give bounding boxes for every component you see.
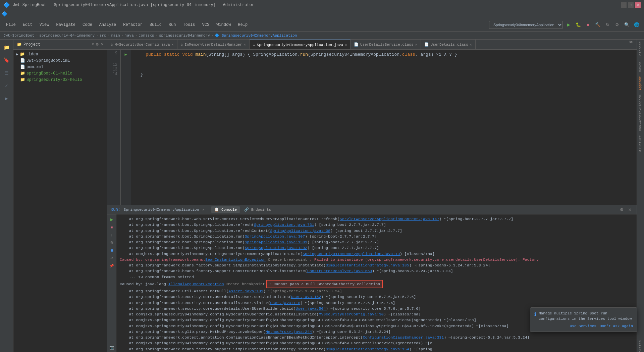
link-servletwebserver[interactable]: ServletWebServerApplicationContext.java:… bbox=[340, 217, 439, 221]
menu-help[interactable]: Help bbox=[235, 22, 250, 28]
menu-file[interactable]: File bbox=[3, 22, 18, 28]
run-start-btn[interactable]: ▶ bbox=[108, 216, 115, 223]
tree-item-pom[interactable]: 📄 pom.xml bbox=[13, 64, 107, 70]
run-config-close[interactable]: ✕ bbox=[202, 208, 204, 212]
menu-build[interactable]: Build bbox=[147, 22, 164, 28]
menu-code[interactable]: Code bbox=[80, 22, 95, 28]
tab-close-mysecurity[interactable]: ✕ bbox=[172, 43, 174, 47]
link-springapplication-307[interactable]: SpringApplication.java:307 bbox=[245, 234, 305, 239]
project-close-btn[interactable]: ✕ bbox=[101, 42, 104, 47]
project-settings-btn[interactable]: ⚙ bbox=[96, 42, 99, 47]
tab-close-springsecuriy04[interactable]: ✕ bbox=[345, 43, 347, 47]
run-pin-btn[interactable]: 📌 bbox=[108, 262, 115, 269]
close-button[interactable]: ✕ bbox=[635, 2, 641, 8]
breadcrumb-root[interactable]: Jwt-SpringBoot bbox=[3, 34, 34, 38]
run-config-select[interactable]: Springsecuriy04InmemoryApplication bbox=[489, 21, 563, 29]
tab-userdetailsservice[interactable]: 📄 UserDetailsService.class ✕ bbox=[351, 40, 421, 49]
breadcrumb-class[interactable]: 🔷 Springsecuriy04InmemoryApplication bbox=[215, 33, 297, 38]
link-constructor-resolver-653[interactable]: ConstructorResolver.java:653 bbox=[307, 269, 372, 273]
right-panel-bnn[interactable]: BNN-Actbit-Diagram bbox=[638, 93, 643, 133]
menu-tools[interactable]: Tools bbox=[180, 22, 198, 28]
code-editor[interactable]: 9 12 13 14 ▶ public static void main(Str… bbox=[107, 50, 637, 205]
debug-button[interactable]: 🐛 bbox=[574, 21, 582, 29]
run-filter-btn[interactable]: ⊟ bbox=[108, 247, 115, 254]
link-main-app[interactable]: Springsecuriy04InmemoryApplication.java:… bbox=[303, 252, 400, 256]
run-clear-btn[interactable]: 🗑 bbox=[108, 239, 115, 246]
run-settings-btn[interactable]: ⚙ bbox=[618, 206, 625, 213]
translate-button[interactable]: 🌐 bbox=[633, 21, 641, 29]
menu-refactor[interactable]: Refactor bbox=[120, 22, 145, 28]
run-button[interactable]: ▶ bbox=[565, 21, 573, 29]
link-mysecurity-30[interactable]: MySecurityUserConfig.java:30 bbox=[319, 312, 384, 316]
sidebar-structure-icon[interactable]: ☰ bbox=[1, 67, 13, 79]
run-wrap-btn[interactable]: ↵ bbox=[108, 255, 115, 261]
create-breakpoint-1[interactable]: Create breakpoint bbox=[268, 257, 307, 262]
menu-view[interactable]: View bbox=[37, 22, 52, 28]
search-button[interactable]: 🔍 bbox=[623, 21, 631, 29]
title-bar-controls[interactable]: ─ □ ✕ bbox=[621, 2, 641, 8]
tabs-overflow-btn[interactable]: ≫ bbox=[626, 40, 637, 49]
breadcrumb-module[interactable]: springsecuriy-04-inmemory bbox=[39, 34, 95, 38]
link-user-118[interactable]: User.java:118 bbox=[270, 301, 301, 305]
sidebar-project-icon[interactable]: 📁 bbox=[1, 41, 13, 53]
menu-navigate[interactable]: Navigate bbox=[53, 22, 78, 28]
right-panel-database[interactable]: Database bbox=[638, 40, 643, 59]
menu-edit[interactable]: Edit bbox=[20, 22, 35, 28]
sidebar-run-icon[interactable]: ▶ bbox=[1, 92, 13, 104]
tree-item-springboot-hello[interactable]: 📁 springBoot-01-hello bbox=[13, 70, 107, 77]
build-button[interactable]: 🔨 bbox=[594, 21, 602, 29]
sidebar-todo-icon[interactable]: ✓ bbox=[1, 80, 13, 92]
sidebar-bookmark-icon[interactable]: 🔖 bbox=[1, 54, 13, 66]
settings-button[interactable]: ⚙ bbox=[613, 21, 621, 29]
minimize-button[interactable]: ─ bbox=[621, 2, 627, 8]
menu-window[interactable]: Window bbox=[214, 22, 233, 28]
right-panel-maven[interactable]: Maven bbox=[638, 60, 643, 73]
breadcrumb-package[interactable]: springsecuriy04inmemory bbox=[159, 34, 210, 38]
run-tab-endpoints[interactable]: 🔗 Endpoints bbox=[241, 206, 274, 213]
breadcrumb-src[interactable]: src bbox=[100, 34, 106, 38]
tab-close-userdetailsservice[interactable]: ✕ bbox=[415, 43, 417, 47]
stop-button[interactable]: ■ bbox=[584, 21, 592, 29]
link-user-162[interactable]: User.java:162 bbox=[291, 295, 321, 299]
tree-item-idea[interactable]: ▶ 📁 .idea bbox=[13, 51, 107, 57]
link-bean-instantiation[interactable]: BeanInstantiationException bbox=[205, 257, 265, 262]
sync-button[interactable]: ↻ bbox=[603, 21, 611, 29]
notification-use-services[interactable]: Use Services bbox=[570, 324, 596, 328]
link-springapplication-1292[interactable]: SpringApplication.java:1292 bbox=[245, 246, 307, 250]
right-panel-favorites[interactable]: Favorites bbox=[638, 339, 643, 352]
link-simple-instantiation-154[interactable]: SimpleInstantiationStrategy.java:154 bbox=[326, 347, 409, 351]
run-snapshot-btn[interactable]: 📷 bbox=[108, 344, 115, 351]
breadcrumb-main[interactable]: main bbox=[111, 34, 120, 38]
link-user-504[interactable]: User.java:504 bbox=[296, 306, 326, 311]
sidebar-git-icon[interactable]: ⎇ bbox=[1, 348, 13, 352]
tab-springsecuriy04[interactable]: ☕ Springsecuriy04InmemoryApplication.jav… bbox=[250, 40, 351, 49]
tab-close-userdetails[interactable]: ✕ bbox=[470, 43, 472, 47]
tab-userdetails[interactable]: 📄 UserDetails.class ✕ bbox=[421, 40, 476, 49]
notification-dont-ask[interactable]: Don't ask again bbox=[600, 324, 633, 328]
tab-mysecurity[interactable]: ☕ MySecurityUserConfig.java ✕ bbox=[107, 40, 177, 49]
run-close-btn[interactable]: ✕ bbox=[627, 206, 633, 213]
tree-item-springsecurity-hello[interactable]: 📁 Springsecurity-02-hello bbox=[13, 77, 107, 83]
link-assert-101[interactable]: Assert.java:101 bbox=[228, 289, 263, 293]
link-springapplication-408[interactable]: SpringApplication.java:408 bbox=[270, 229, 330, 233]
breadcrumb-comjsxs[interactable]: comjsxs bbox=[139, 34, 154, 38]
menu-run[interactable]: Run bbox=[166, 22, 179, 28]
tab-inmemory[interactable]: ☕ InMemoryUserDetailsManager ✕ bbox=[177, 40, 250, 49]
right-panel-structure[interactable]: Structure bbox=[638, 134, 643, 155]
link-config-enhancer-331[interactable]: ConfigurationClassEnhancer.java:331 bbox=[363, 335, 444, 340]
breadcrumb-java[interactable]: java bbox=[125, 34, 133, 38]
link-simple-instantiation-185[interactable]: SimpleInstantiationStrategy.java:185 bbox=[326, 263, 409, 267]
run-gutter-btn[interactable]: ▶ bbox=[124, 51, 127, 58]
link-illegal-arg[interactable]: IllegalArgumentException bbox=[168, 281, 224, 287]
right-panel-appcode[interactable]: Appcode bbox=[638, 74, 643, 92]
run-scroll-end-btn[interactable]: ↓ bbox=[108, 232, 115, 238]
menu-analyze[interactable]: Analyze bbox=[97, 22, 119, 28]
run-stop-btn[interactable]: ■ bbox=[108, 224, 115, 231]
run-tab-console[interactable]: 📋 Console bbox=[211, 206, 240, 213]
maximize-button[interactable]: □ bbox=[628, 2, 634, 8]
tab-close-inmemory[interactable]: ✕ bbox=[244, 43, 246, 47]
link-springapplication-731[interactable]: SpringApplication.java:731 bbox=[254, 222, 314, 227]
link-springapplication-1303[interactable]: SpringApplication.java:1303 bbox=[245, 240, 307, 244]
tree-item-iml[interactable]: 📄 Jwt-SpringBoot.iml bbox=[13, 57, 107, 64]
menu-vcs[interactable]: VCS bbox=[200, 22, 212, 28]
